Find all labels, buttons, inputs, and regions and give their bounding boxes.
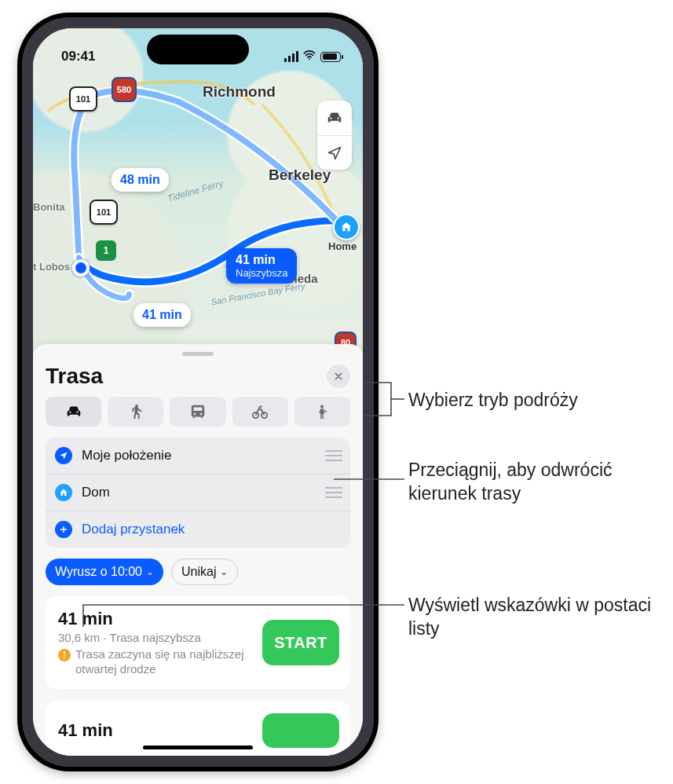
wifi-icon bbox=[302, 48, 316, 66]
start-button[interactable]: START bbox=[262, 620, 339, 665]
map-label-lobos: t Lobos bbox=[33, 261, 70, 273]
waypoints-list: Moje położenie Dom Dodaj bbox=[46, 438, 350, 548]
road-shield-us101: 101 bbox=[90, 200, 118, 225]
status-time: 09:41 bbox=[61, 49, 95, 64]
marker-start[interactable] bbox=[72, 259, 90, 277]
start-button[interactable] bbox=[262, 713, 339, 748]
waypoint-from-label: Moje położenie bbox=[82, 448, 316, 463]
mode-rideshare[interactable] bbox=[294, 397, 350, 427]
sheet-grabber[interactable] bbox=[182, 352, 214, 356]
phone-bezel: 09:41 bbox=[22, 17, 374, 767]
svg-point-3 bbox=[262, 412, 267, 418]
travel-mode-switcher bbox=[46, 397, 350, 427]
route-bubble-selected[interactable]: 41 min Najszybsza bbox=[226, 248, 297, 284]
depart-time-chip[interactable]: Wyrusz o 10:00 ⌄ bbox=[46, 559, 163, 585]
route-bubble-alt[interactable]: 48 min bbox=[112, 168, 169, 192]
location-arrow-icon bbox=[55, 447, 72, 464]
home-icon bbox=[55, 484, 72, 501]
locate-me-button[interactable] bbox=[317, 135, 352, 170]
mode-walk[interactable] bbox=[108, 397, 163, 427]
route-bubble-alt[interactable]: 41 min bbox=[134, 303, 191, 327]
map-controls bbox=[317, 101, 352, 170]
svg-point-0 bbox=[309, 58, 310, 60]
svg-point-4 bbox=[320, 405, 324, 408]
home-indicator[interactable] bbox=[143, 746, 253, 749]
road-shield-ca1: 1 bbox=[96, 240, 116, 261]
road-shield-us101: 101 bbox=[69, 86, 97, 112]
directions-sheet: Trasa bbox=[33, 344, 363, 756]
callout-drag: Przeciągnij, aby odwrócić kierunek trasy bbox=[408, 459, 660, 506]
add-stop-label: Dodaj przystanek bbox=[82, 522, 342, 537]
avoid-chip[interactable]: Unikaj ⌄ bbox=[171, 559, 238, 585]
map-label-bonita: Bonita bbox=[33, 201, 64, 213]
svg-point-2 bbox=[253, 412, 258, 418]
phone-frame: 09:41 bbox=[17, 13, 379, 771]
warning-icon: ! bbox=[58, 649, 71, 661]
drag-handle-icon[interactable] bbox=[325, 450, 342, 461]
marker-home-label: Home bbox=[328, 240, 357, 252]
waypoint-from[interactable]: Moje położenie bbox=[46, 438, 350, 474]
route-time: 41 min bbox=[58, 720, 253, 741]
plus-icon bbox=[55, 521, 72, 538]
chevron-down-icon: ⌄ bbox=[146, 566, 154, 577]
drag-handle-icon[interactable] bbox=[325, 487, 342, 498]
road-shield-i580: 580 bbox=[112, 77, 137, 102]
map-label-berkeley: Berkeley bbox=[269, 167, 331, 184]
screen: 09:41 bbox=[33, 28, 363, 756]
add-stop-button[interactable]: Dodaj przystanek bbox=[46, 511, 350, 548]
marker-home[interactable] bbox=[333, 214, 360, 240]
route-bubble-time: 41 min bbox=[236, 253, 276, 266]
battery-icon bbox=[320, 52, 341, 62]
start-button-label: START bbox=[274, 634, 327, 652]
map-mode-button[interactable] bbox=[317, 101, 352, 135]
mode-cycle[interactable] bbox=[232, 397, 288, 427]
callout-list: Wyświetl wskazówki w postaci listy bbox=[408, 594, 660, 641]
waypoint-to[interactable]: Dom bbox=[46, 474, 350, 511]
sheet-title: Trasa bbox=[46, 364, 103, 389]
waypoint-to-label: Dom bbox=[82, 485, 316, 500]
mode-drive[interactable] bbox=[46, 397, 101, 427]
route-warning: Trasa zaczyna się na najbliższej otwarte… bbox=[75, 647, 253, 677]
avoid-label: Unikaj bbox=[181, 565, 216, 579]
route-bubble-sub: Najszybsza bbox=[236, 267, 287, 279]
route-time: 41 min bbox=[58, 609, 253, 629]
cell-signal-icon bbox=[284, 51, 298, 62]
dynamic-island bbox=[147, 35, 249, 64]
map-label-richmond: Richmond bbox=[203, 83, 276, 101]
chevron-down-icon: ⌄ bbox=[220, 566, 228, 577]
close-button[interactable] bbox=[327, 365, 350, 388]
depart-time-label: Wyrusz o 10:00 bbox=[55, 565, 142, 579]
route-card[interactable]: 41 min 30,6 km · Trasa najszybsza ! Tras… bbox=[46, 596, 350, 690]
map-view[interactable]: Richmond Berkeley Alameda Bonita t Lobos… bbox=[33, 28, 363, 358]
mode-transit[interactable] bbox=[170, 397, 225, 427]
route-subtitle: 30,6 km · Trasa najszybsza bbox=[58, 631, 253, 644]
callout-modes: Wybierz tryb podróży bbox=[408, 389, 578, 412]
